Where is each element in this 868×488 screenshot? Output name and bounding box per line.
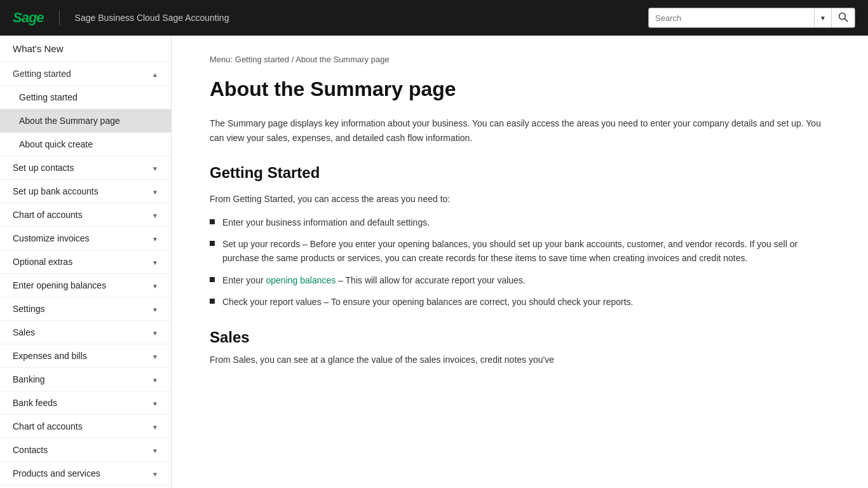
breadcrumb-current: About the Summary page: [295, 55, 389, 64]
opening-balances-link[interactable]: opening balances: [266, 275, 336, 285]
sidebar-item-set-up-bank-accounts[interactable]: Set up bank accounts: [0, 180, 171, 203]
sidebar: What's New Getting started Getting start…: [0, 36, 172, 488]
list-item: Set up your records – Before you enter y…: [210, 237, 830, 266]
chevron-down-icon: [152, 374, 158, 384]
bullet-icon: [210, 219, 215, 224]
bullet-text: Check your report values – To ensure you…: [222, 295, 633, 309]
sidebar-item-banking[interactable]: Banking: [0, 368, 171, 391]
sidebar-item-contacts[interactable]: Contacts: [0, 438, 171, 462]
header: Sage Sage Business Cloud Sage Accounting…: [0, 0, 868, 36]
chevron-down-icon: [152, 186, 158, 196]
sidebar-item-optional-extras[interactable]: Optional extras: [0, 250, 171, 274]
page-title: About the Summary page: [210, 77, 830, 101]
chevron-down-icon: [152, 233, 158, 243]
svg-line-1: [845, 18, 848, 22]
chevron-down-icon: [152, 421, 158, 431]
breadcrumb: Menu: Getting started / About the Summar…: [210, 55, 830, 64]
search-icon: [838, 12, 848, 24]
logo-area: Sage Sage Business Cloud Sage Accounting: [13, 10, 229, 26]
bullet-icon: [210, 277, 215, 282]
sales-section-title: Sales: [210, 329, 830, 346]
bullet-icon: [210, 241, 215, 246]
sidebar-item-enter-opening-balances[interactable]: Enter opening balances: [0, 274, 171, 297]
sidebar-sub-item-getting-started[interactable]: Getting started: [0, 86, 171, 109]
getting-started-intro: From Getting Started, you can access the…: [210, 192, 830, 206]
bullet-text: Enter your business information and defa…: [222, 215, 430, 229]
sidebar-item-chart-of-accounts[interactable]: Chart of accounts: [0, 203, 171, 227]
chevron-down-icon: ▼: [820, 15, 826, 22]
chevron-down-icon: [152, 445, 158, 455]
header-divider: [59, 10, 60, 25]
search-submit-button[interactable]: [831, 8, 855, 27]
sidebar-item-bank-feeds[interactable]: Bank feeds: [0, 391, 171, 415]
list-item: Enter your business information and defa…: [210, 215, 830, 229]
intro-paragraph: The Summary page displays key informatio…: [210, 116, 830, 145]
getting-started-bullets: Enter your business information and defa…: [210, 215, 830, 309]
sidebar-item-chart-of-accounts-bottom[interactable]: Chart of accounts: [0, 415, 171, 438]
search-dropdown-button[interactable]: ▼: [814, 8, 831, 27]
sidebar-item-products-and-services[interactable]: Products and services: [0, 462, 171, 485]
body-layout: What's New Getting started Getting start…: [0, 36, 868, 488]
product-line: Sage Business Cloud: [75, 13, 160, 23]
sage-logo: Sage: [13, 10, 44, 26]
bullet-text: Enter your opening balances – This will …: [222, 273, 526, 287]
bullet-pre-link-text: Enter your: [222, 275, 266, 285]
getting-started-label: Getting started: [13, 69, 71, 79]
product-name: Sage Accounting: [162, 13, 229, 23]
sales-intro: From Sales, you can see at a glance the …: [210, 353, 830, 367]
chevron-down-icon: [152, 398, 158, 408]
chevron-down-icon: [152, 468, 158, 478]
bullet-icon: [210, 299, 215, 304]
chevron-down-icon: [152, 351, 158, 361]
chevron-down-icon: [152, 304, 158, 314]
sidebar-item-customize-invoices[interactable]: Customize invoices: [0, 227, 171, 250]
sidebar-item-whats-new[interactable]: What's New: [0, 36, 171, 62]
search-input[interactable]: [649, 8, 814, 27]
breadcrumb-parent-link[interactable]: Getting started: [235, 55, 289, 64]
sidebar-item-settings[interactable]: Settings: [0, 297, 171, 321]
search-bar[interactable]: ▼: [648, 8, 855, 28]
chevron-down-icon: [152, 327, 158, 337]
header-product-title: Sage Business Cloud Sage Accounting: [75, 13, 229, 23]
sidebar-sub-item-summary-page[interactable]: About the Summary page: [0, 109, 171, 133]
sidebar-item-set-up-contacts[interactable]: Set up contacts: [0, 156, 171, 180]
chevron-down-icon: [152, 257, 158, 267]
breadcrumb-separator: /: [292, 55, 294, 64]
list-item: Enter your opening balances – This will …: [210, 273, 830, 287]
list-item: Check your report values – To ensure you…: [210, 295, 830, 309]
main-content: Menu: Getting started / About the Summar…: [172, 36, 868, 488]
chevron-down-icon: [152, 163, 158, 173]
breadcrumb-prefix: Menu:: [210, 55, 233, 64]
sidebar-item-expenses-and-bills[interactable]: Expenses and bills: [0, 344, 171, 368]
getting-started-section-title: Getting Started: [210, 164, 830, 182]
chevron-up-icon: [152, 69, 158, 79]
sidebar-item-getting-started[interactable]: Getting started: [0, 62, 171, 86]
chevron-down-icon: [152, 210, 158, 220]
bullet-text: Set up your records – Before you enter y…: [222, 237, 830, 266]
sidebar-item-sales[interactable]: Sales: [0, 321, 171, 344]
chevron-down-icon: [152, 280, 158, 290]
sidebar-sub-item-quick-create[interactable]: About quick create: [0, 133, 171, 156]
bullet-post-link-text: – This will allow for accurate report yo…: [336, 275, 526, 285]
